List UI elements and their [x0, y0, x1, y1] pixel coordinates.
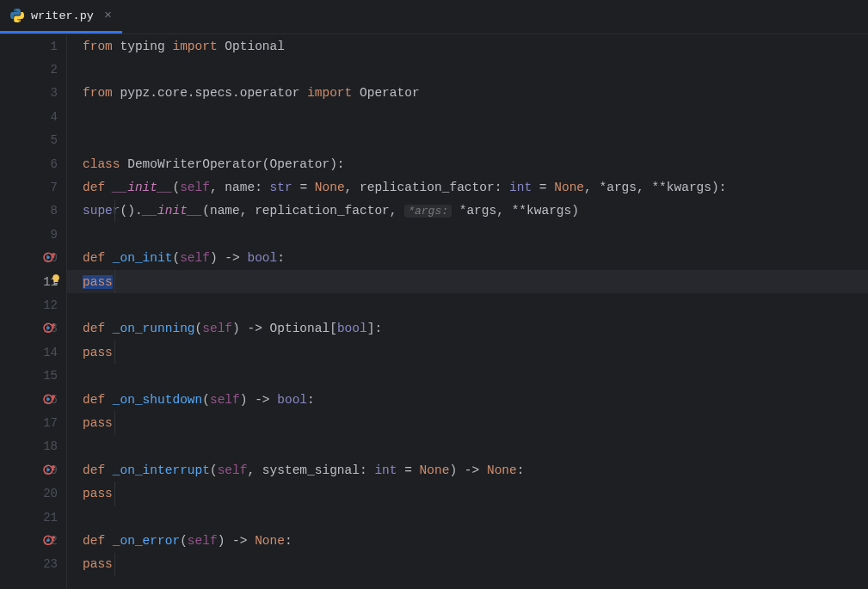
close-icon[interactable]: ×	[104, 9, 112, 23]
override-icon[interactable]	[43, 534, 55, 546]
svg-point-1	[46, 256, 50, 260]
line-number: 5	[0, 129, 66, 152]
line-number: 14	[0, 341, 66, 364]
line-number: 18	[0, 435, 66, 458]
line-number: 17	[0, 411, 66, 434]
code-line[interactable]	[67, 435, 868, 458]
code-line[interactable]	[67, 293, 868, 316]
code-line[interactable]: pass	[67, 341, 868, 364]
code-line[interactable]: pass	[67, 411, 868, 434]
line-number: 1	[0, 34, 66, 58]
line-number: 10	[0, 247, 66, 270]
code-line[interactable]: from pypz.core.specs.operator import Ope…	[67, 82, 868, 105]
code-line[interactable]	[67, 58, 868, 81]
line-number: 19	[0, 458, 66, 482]
code-line[interactable]: from typing import Optional	[67, 34, 868, 58]
code-editor[interactable]: 1 2 3 4 5 6 7 8 9 10 11 12 13 14 15 16 1…	[0, 34, 868, 589]
code-line[interactable]: pass	[67, 553, 868, 576]
code-area[interactable]: from typing import Optional from pypz.co…	[67, 34, 868, 589]
svg-rect-2	[54, 283, 58, 284]
line-number: 20	[0, 482, 66, 505]
code-line[interactable]: pass	[67, 482, 868, 505]
override-icon[interactable]	[43, 463, 55, 475]
code-line[interactable]: def _on_shutdown(self) -> bool:	[67, 388, 868, 411]
line-number: 7	[0, 175, 66, 199]
line-number: 3	[0, 82, 66, 105]
line-number: 15	[0, 364, 66, 387]
tab-bar: writer.py ×	[0, 0, 868, 34]
lightbulb-icon[interactable]	[50, 273, 62, 289]
line-number: 16	[0, 388, 66, 411]
code-line[interactable]: def _on_error(self) -> None:	[67, 529, 868, 552]
line-number: 23	[0, 553, 66, 576]
override-icon[interactable]	[43, 252, 55, 264]
code-line[interactable]: def _on_init(self) -> bool:	[67, 247, 868, 270]
code-line[interactable]: def _on_interrupt(self, system_signal: i…	[67, 458, 868, 482]
code-line[interactable]: super().__init__(name, replication_facto…	[67, 199, 868, 223]
line-number: 22	[0, 529, 66, 552]
svg-point-11	[46, 538, 50, 542]
line-number: 9	[0, 223, 66, 246]
line-number: 4	[0, 105, 66, 128]
code-line[interactable]: def _on_running(self) -> Optional[bool]:	[67, 317, 868, 341]
tab-title: writer.py	[31, 9, 94, 22]
override-icon[interactable]	[43, 393, 55, 405]
code-line[interactable]: pass	[67, 270, 868, 293]
gutter: 1 2 3 4 5 6 7 8 9 10 11 12 13 14 15 16 1…	[0, 34, 67, 589]
line-number: 12	[0, 293, 66, 316]
svg-point-7	[46, 397, 50, 401]
line-number: 6	[0, 152, 66, 175]
code-line[interactable]: def __init__(self, name: str = None, rep…	[67, 175, 868, 199]
svg-point-5	[46, 327, 50, 330]
override-icon[interactable]	[43, 322, 55, 334]
line-number: 11	[0, 270, 66, 293]
code-line[interactable]	[67, 506, 868, 529]
line-number: 21	[0, 506, 66, 529]
selection: pass	[83, 275, 113, 289]
line-number: 2	[0, 58, 66, 81]
line-number: 13	[0, 317, 66, 341]
code-line[interactable]: class DemoWriterOperator(Operator):	[67, 152, 868, 175]
tab-writer[interactable]: writer.py ×	[0, 0, 122, 34]
svg-rect-3	[55, 284, 58, 285]
python-file-icon	[10, 9, 24, 22]
code-line[interactable]	[67, 223, 868, 246]
code-line[interactable]	[67, 364, 868, 387]
line-number: 8	[0, 199, 66, 223]
parameter-hint: *args:	[404, 205, 452, 218]
code-line[interactable]	[67, 129, 868, 152]
code-line[interactable]	[67, 105, 868, 128]
svg-point-9	[46, 468, 50, 471]
